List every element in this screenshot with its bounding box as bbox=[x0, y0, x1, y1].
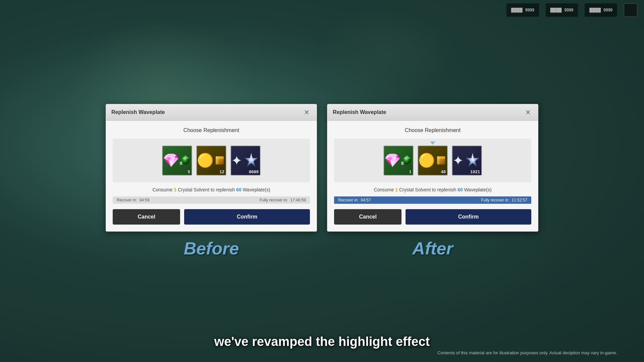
svg-rect-12 bbox=[401, 162, 404, 165]
before-item-0-icon bbox=[163, 146, 192, 175]
before-label: Before bbox=[106, 238, 317, 258]
after-dialog-header: Replenish Waveplate ✕ bbox=[327, 104, 538, 121]
before-close-button[interactable]: ✕ bbox=[302, 108, 311, 117]
after-replenish-amount: 60 bbox=[458, 187, 463, 192]
after-close-icon: ✕ bbox=[525, 109, 531, 116]
after-cancel-button[interactable]: Cancel bbox=[334, 209, 401, 225]
after-replenish-unit: Waveplate(s) bbox=[464, 187, 492, 192]
after-gold-svg bbox=[435, 151, 447, 170]
before-item-1[interactable]: 12 bbox=[196, 145, 226, 176]
after-item-0-icon bbox=[384, 146, 413, 175]
after-fully-recover-label: Fully recover in: 11:52:57 bbox=[481, 198, 527, 202]
before-dialog-title: Replenish Waveplate bbox=[111, 109, 165, 115]
after-item-1-count: 48 bbox=[441, 169, 446, 174]
before-dialog-body: Choose Replenishment bbox=[106, 121, 317, 231]
after-consume-text: Consume 1 Crystal Solvent to replenish 6… bbox=[334, 187, 531, 192]
after-dialog-body: Choose Replenishment bbox=[327, 121, 538, 231]
crystal-svg bbox=[179, 151, 192, 170]
disclaimer-text: Contents of this material are for illust… bbox=[0, 350, 644, 355]
before-confirm-button[interactable]: Confirm bbox=[184, 209, 310, 225]
hud-energy: ████ 9999 bbox=[585, 3, 617, 17]
before-item-1-count: 12 bbox=[220, 169, 224, 174]
after-dialog-title: Replenish Waveplate bbox=[333, 109, 386, 115]
after-recover-time: 04:57 bbox=[361, 198, 371, 202]
svg-marker-8 bbox=[250, 153, 253, 158]
gold-svg bbox=[214, 151, 226, 170]
before-dialog: Replenish Waveplate ✕ Choose Replenishme… bbox=[106, 104, 317, 232]
after-consume-amount: 1 bbox=[395, 187, 398, 192]
svg-marker-17 bbox=[472, 153, 474, 158]
before-buttons-row: Cancel Confirm bbox=[113, 209, 310, 225]
before-consume-item: Crystal Solvent bbox=[178, 187, 209, 192]
after-crystal-svg bbox=[401, 151, 413, 170]
after-recover-label: Recover in: 04:57 bbox=[338, 198, 371, 202]
before-replenish-unit: Waveplate(s) bbox=[243, 187, 270, 192]
main-content: Replenish Waveplate ✕ Choose Replenishme… bbox=[0, 0, 644, 362]
before-item-2-count: 8689 bbox=[249, 169, 259, 174]
after-item-2[interactable]: 1021 bbox=[452, 145, 482, 176]
before-fully-recover-label: Fully recover in: 17:46:59 bbox=[260, 198, 306, 202]
after-confirm-button[interactable]: Confirm bbox=[406, 209, 531, 225]
before-item-0-count: 5 bbox=[188, 169, 190, 174]
after-label: After bbox=[327, 238, 538, 258]
before-choose-label: Choose Replenishment bbox=[113, 127, 310, 133]
after-item-0[interactable]: 1 bbox=[383, 145, 414, 176]
svg-rect-6 bbox=[216, 157, 218, 165]
before-items-area: 5 bbox=[113, 139, 310, 182]
before-recover-time: 04:59 bbox=[139, 198, 149, 202]
before-close-icon: ✕ bbox=[304, 109, 310, 116]
top-hud: ████ 9999 ████ 9999 ████ 9999 bbox=[0, 0, 644, 20]
after-close-button[interactable]: ✕ bbox=[523, 108, 533, 117]
hud-player: ████ 9999 bbox=[506, 3, 539, 17]
before-consume-text: Consume 1 Crystal Solvent to replenish 6… bbox=[113, 187, 310, 192]
after-fully-recover-time: 11:52:57 bbox=[512, 198, 527, 202]
before-replenish-amount: 60 bbox=[236, 187, 241, 192]
hud-currency: ████ 9999 bbox=[546, 3, 578, 17]
after-consume-item: Crystal Solvent bbox=[399, 187, 431, 192]
after-buttons-row: Cancel Confirm bbox=[334, 209, 531, 225]
after-item-1[interactable]: 48 bbox=[418, 145, 448, 176]
after-item-2-count: 1021 bbox=[470, 169, 480, 174]
svg-rect-3 bbox=[180, 162, 182, 165]
before-item-0[interactable]: 5 bbox=[162, 145, 192, 176]
hud-avatar bbox=[624, 3, 637, 17]
before-fully-recover-time: 17:46:59 bbox=[290, 198, 306, 202]
dialogs-row: Replenish Waveplate ✕ Choose Replenishme… bbox=[106, 104, 538, 232]
after-choose-label: Choose Replenishment bbox=[334, 127, 531, 133]
subtitle-text: we've revamped the highlight effect bbox=[214, 335, 430, 349]
before-recover-bar: Recover in: 04:59 Fully recover in: 17:4… bbox=[113, 196, 310, 204]
before-item-2[interactable]: 8689 bbox=[230, 145, 261, 176]
after-item-0-count: 1 bbox=[409, 169, 412, 174]
svg-rect-15 bbox=[437, 157, 439, 165]
before-consume-amount: 1 bbox=[174, 187, 176, 192]
star-svg bbox=[243, 151, 260, 170]
before-recover-label: Recover in: 04:59 bbox=[117, 198, 149, 202]
after-dialog: Replenish Waveplate ✕ Choose Replenishme… bbox=[327, 104, 538, 232]
before-after-labels-row: Before After bbox=[106, 238, 538, 258]
before-cancel-button[interactable]: Cancel bbox=[113, 209, 180, 225]
after-recover-bar: Recover in: 04:57 Fully recover in: 11:5… bbox=[334, 196, 531, 204]
after-selected-indicator bbox=[430, 141, 435, 145]
subtitle-bar: we've revamped the highlight effect Cont… bbox=[0, 335, 644, 362]
after-items-area: 1 bbox=[334, 139, 531, 182]
after-star-svg bbox=[464, 151, 481, 170]
before-dialog-header: Replenish Waveplate ✕ bbox=[106, 104, 317, 121]
